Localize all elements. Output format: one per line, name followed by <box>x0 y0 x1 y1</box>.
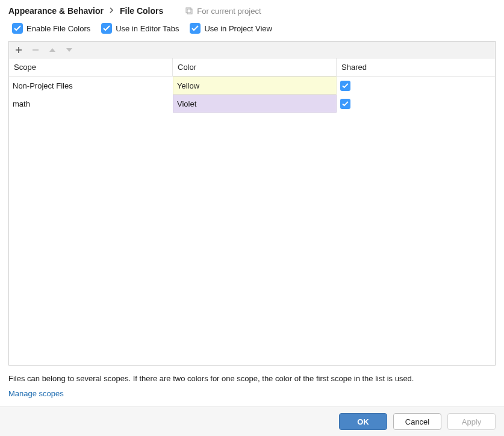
svg-rect-1 <box>187 9 192 14</box>
cell-shared[interactable] <box>337 95 495 113</box>
table-row[interactable]: Non-Project FilesYellow <box>9 76 495 95</box>
arrow-up-icon <box>49 47 56 53</box>
color-swatch: Violet <box>173 95 337 113</box>
cell-color[interactable]: Violet <box>173 95 337 113</box>
plus-icon <box>14 46 23 54</box>
use-in-project-view-checkbox[interactable]: Use in Project View <box>190 23 272 34</box>
cell-color[interactable]: Yellow <box>173 76 337 95</box>
use-in-editor-tabs-label: Use in Editor Tabs <box>116 24 179 33</box>
cell-shared[interactable] <box>337 76 495 95</box>
project-hint: For current project <box>185 7 261 16</box>
checkmark-icon <box>190 23 201 34</box>
apply-button[interactable]: Apply <box>447 413 496 430</box>
table-body[interactable]: Non-Project FilesYellowmathViolet <box>9 76 495 365</box>
breadcrumb-current: File Colors <box>120 6 163 16</box>
breadcrumb: Appearance & Behavior File Colors <box>8 6 163 16</box>
add-button[interactable] <box>11 43 26 57</box>
project-hint-label: For current project <box>197 7 261 16</box>
manage-scopes-link[interactable]: Manage scopes <box>8 389 64 398</box>
enable-file-colors-label: Enable File Colors <box>26 24 90 33</box>
table-header: Scope Color Shared <box>9 58 495 76</box>
checkmark-icon <box>340 99 350 109</box>
checkmark-icon <box>12 23 23 34</box>
use-in-editor-tabs-checkbox[interactable]: Use in Editor Tabs <box>101 23 179 34</box>
table-row[interactable]: mathViolet <box>9 95 495 113</box>
footer-note: Files can belong to several scopes. If t… <box>0 366 504 385</box>
dialog-button-bar: OK Cancel Apply <box>0 406 504 436</box>
copy-icon <box>185 7 193 15</box>
svg-rect-0 <box>186 8 191 13</box>
minus-icon <box>31 46 40 54</box>
column-header-color[interactable]: Color <box>173 58 337 76</box>
table-toolbar <box>9 42 495 58</box>
checkmark-icon <box>340 81 350 91</box>
column-header-shared[interactable]: Shared <box>337 58 495 76</box>
arrow-down-icon <box>66 47 73 53</box>
remove-button[interactable] <box>28 43 43 57</box>
cell-scope[interactable]: math <box>9 95 173 113</box>
enable-file-colors-checkbox[interactable]: Enable File Colors <box>12 23 90 34</box>
chevron-right-icon <box>110 7 114 15</box>
breadcrumb-parent[interactable]: Appearance & Behavior <box>8 6 104 16</box>
file-colors-table: Scope Color Shared Non-Project FilesYell… <box>8 41 496 366</box>
cell-scope[interactable]: Non-Project Files <box>9 76 173 95</box>
checkmark-icon <box>101 23 112 34</box>
column-header-scope[interactable]: Scope <box>9 58 173 76</box>
color-swatch: Yellow <box>173 76 337 95</box>
move-down-button[interactable] <box>62 43 76 57</box>
cancel-button[interactable]: Cancel <box>393 413 441 430</box>
move-up-button[interactable] <box>45 43 60 57</box>
ok-button[interactable]: OK <box>339 413 387 430</box>
use-in-project-view-label: Use in Project View <box>204 24 272 33</box>
